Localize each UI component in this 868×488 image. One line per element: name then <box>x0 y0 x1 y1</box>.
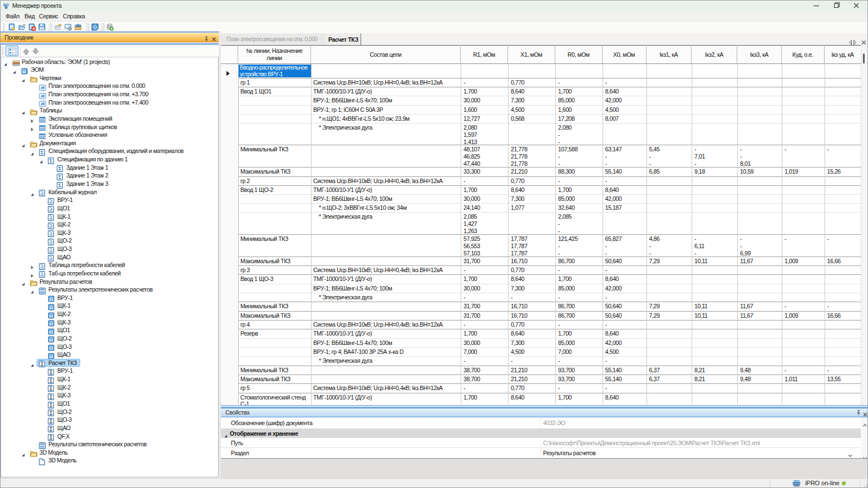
svg-text:Σ: Σ <box>50 158 53 164</box>
svg-text:Σ: Σ <box>58 183 62 188</box>
svg-text:Σ: Σ <box>58 174 62 180</box>
svg-text:Σ: Σ <box>58 166 62 171</box>
svg-text:Σ: Σ <box>41 150 44 155</box>
